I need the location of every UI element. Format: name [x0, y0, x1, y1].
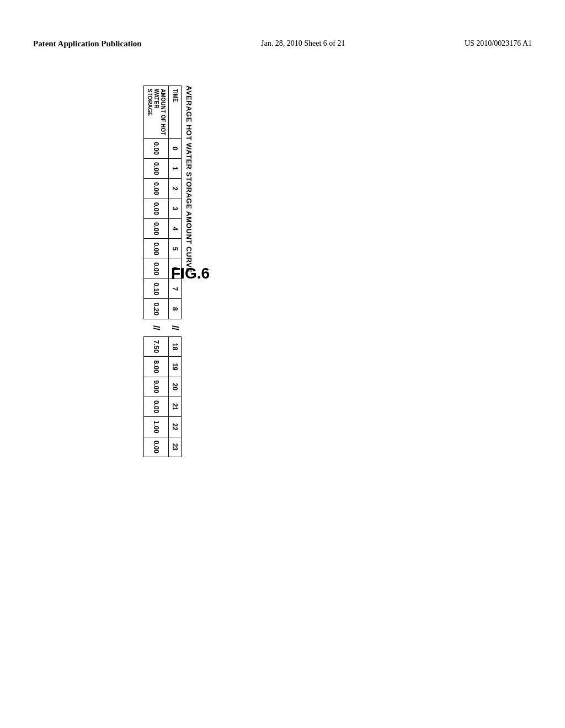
col-23: 23 — [169, 437, 182, 457]
col-1: 1 — [169, 158, 182, 178]
col-7: 7 — [169, 279, 182, 299]
col-8: 8 — [169, 299, 182, 319]
storage-amount-table: TIME 0 1 2 3 4 5 6 7 8 // 18 19 20 21 22… — [143, 85, 182, 457]
val-19: 8.00 — [144, 357, 169, 377]
val-4: 0.00 — [144, 219, 169, 239]
table-title: AVERAGE HOT WATER STORAGE AMOUNT CURVE — [185, 85, 193, 457]
val-20: 9.00 — [144, 377, 169, 397]
val-0: 0.00 — [144, 138, 169, 158]
publication-title: Patent Application Publication — [33, 39, 142, 49]
col-19: 19 — [169, 357, 182, 377]
table-header-row: TIME 0 1 2 3 4 5 6 7 8 // 18 19 20 21 22… — [169, 86, 182, 457]
amount-label: AMOUNT OF HOT WATER STORAGE — [144, 86, 169, 139]
col-5: 5 — [169, 239, 182, 259]
col-4: 4 — [169, 219, 182, 239]
val-break: // — [144, 319, 169, 336]
col-3: 3 — [169, 199, 182, 218]
val-1: 0.00 — [144, 158, 169, 178]
col-0: 0 — [169, 138, 182, 158]
col-21: 21 — [169, 397, 182, 416]
val-3: 0.00 — [144, 199, 169, 218]
col-2: 2 — [169, 179, 182, 199]
col-18: 18 — [169, 336, 182, 356]
val-7: 0.10 — [144, 279, 169, 299]
val-23: 0.00 — [144, 437, 169, 457]
page-header: Patent Application Publication Jan. 28, … — [0, 39, 565, 49]
val-5: 0.00 — [144, 239, 169, 259]
col-6: 6 — [169, 259, 182, 279]
amount-label-line2: WATER STORAGE — [147, 89, 159, 116]
data-table-container: AVERAGE HOT WATER STORAGE AMOUNT CURVE T… — [143, 85, 193, 457]
amount-label-line1: AMOUNT OF HOT — [160, 89, 166, 135]
table-data-row: AMOUNT OF HOT WATER STORAGE 0.00 0.00 0.… — [144, 86, 169, 457]
col-break: // — [169, 319, 182, 336]
val-6: 0.00 — [144, 259, 169, 279]
col-22: 22 — [169, 417, 182, 437]
time-label: TIME — [169, 86, 182, 139]
val-2: 0.00 — [144, 179, 169, 199]
val-22: 1.00 — [144, 417, 169, 437]
val-18: 7.50 — [144, 336, 169, 356]
val-21: 0.00 — [144, 397, 169, 416]
publication-date-sheet: Jan. 28, 2010 Sheet 6 of 21 — [261, 39, 345, 49]
publication-number: US 2010/0023176 A1 — [465, 39, 532, 49]
col-20: 20 — [169, 377, 182, 397]
val-8: 0.20 — [144, 299, 169, 319]
